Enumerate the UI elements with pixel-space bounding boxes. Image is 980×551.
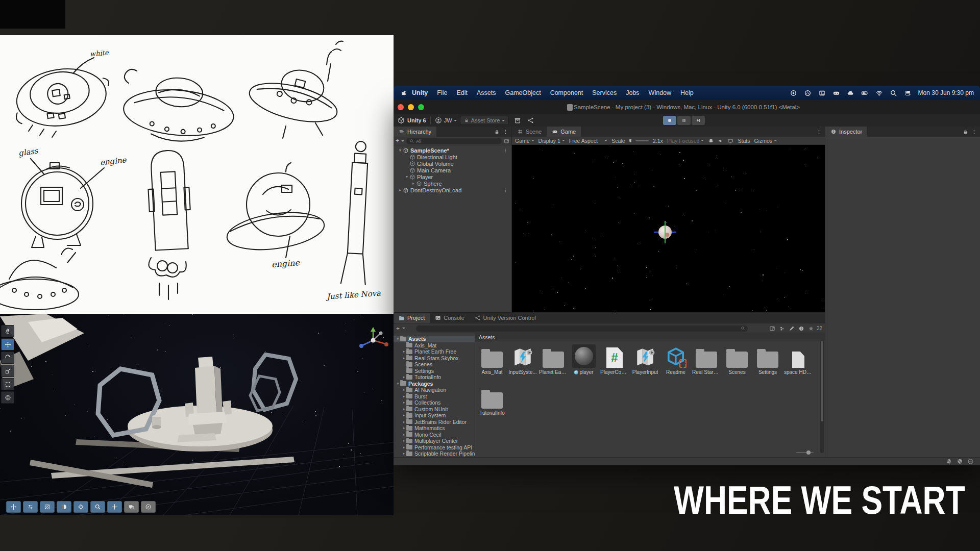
tab-inspector[interactable]: Inspector — [825, 127, 867, 137]
project-tree-item-assets[interactable]: ▾Assets — [394, 336, 475, 342]
monitor-icon[interactable] — [727, 138, 733, 144]
lock-icon[interactable] — [963, 129, 968, 135]
menu-item-file[interactable]: File — [437, 89, 447, 96]
foldout-arrow[interactable]: ▸ — [411, 181, 416, 186]
menu-clock[interactable]: Mon 30 Jun 9:30 pm — [918, 89, 974, 96]
toolbar-sliders-button[interactable] — [23, 501, 38, 513]
tree-scrollbar[interactable] — [820, 335, 824, 453]
asset-settings[interactable]: Settings — [753, 343, 782, 381]
toolbar-layers-button[interactable] — [124, 501, 139, 513]
menu-item-window[interactable]: Window — [649, 89, 671, 96]
toolbar-magnifier-button[interactable] — [90, 501, 105, 513]
hierarchy-item-directional-light[interactable]: Directional Light — [394, 154, 511, 160]
screenshot-icon[interactable] — [818, 89, 826, 97]
hierarchy-item-samplescene[interactable]: ▾SampleScene* — [394, 147, 511, 154]
project-tree-item-tutorialinfo[interactable]: ▸TutorialInfo — [394, 374, 475, 381]
menu-item-services[interactable]: Services — [592, 89, 617, 96]
star-icon[interactable] — [808, 325, 814, 332]
toolbar-compass-button[interactable] — [141, 501, 156, 513]
icon-size-slider[interactable] — [796, 452, 814, 453]
toolbar-axis-button[interactable] — [107, 501, 122, 513]
project-tree-item-axis-mat[interactable]: Axis_Mat — [394, 342, 475, 349]
tool-marquee[interactable] — [1, 378, 14, 390]
mute-icon[interactable] — [708, 138, 714, 144]
add-gameobject-button[interactable]: + — [396, 137, 399, 144]
toolbar-hatch-button[interactable] — [40, 501, 55, 513]
gizmos-dropdown[interactable]: Gizmos — [754, 138, 777, 144]
archive-icon[interactable] — [514, 117, 521, 124]
foldout-arrow[interactable]: ▸ — [402, 375, 406, 379]
project-tree-item-scriptable-render-pipelin[interactable]: ▸Scriptable Render Pipelin — [394, 450, 475, 457]
menu-app-name[interactable]: Unity — [412, 89, 428, 96]
hierarchy-item-global-volume[interactable]: Global Volume — [394, 160, 511, 167]
kebab-icon[interactable] — [971, 129, 977, 135]
tool-orbit[interactable] — [1, 391, 14, 404]
asset-store-dropdown[interactable]: Asset Store — [460, 116, 509, 125]
panel-icon[interactable] — [504, 138, 509, 144]
foldout-arrow[interactable]: ▸ — [402, 420, 406, 424]
project-tree-item-real-stars-skybox[interactable]: ▸Real Stars Skybox — [394, 355, 475, 362]
toolbar-diamond-button[interactable] — [74, 501, 88, 513]
aspect-dropdown[interactable]: Free Aspect — [569, 138, 608, 144]
project-tree-item-mathematics[interactable]: ▸Mathematics — [394, 425, 475, 432]
close-window-button[interactable] — [398, 104, 404, 110]
tab-project[interactable]: Project — [394, 313, 430, 323]
project-tree-item-packages[interactable]: ▾Packages — [394, 381, 475, 387]
asset-scenes[interactable]: Scenes — [723, 343, 751, 381]
asset-tutorialinfo[interactable]: TutorialInfo — [478, 384, 506, 422]
foldout-arrow[interactable]: ▸ — [402, 356, 406, 360]
project-tree-item-performance-testing-api[interactable]: ▸Performance testing API — [394, 444, 475, 451]
foldout-arrow[interactable]: ▸ — [402, 445, 406, 449]
play-focused-dropdown[interactable]: Play Focused — [667, 138, 704, 144]
foldout-arrow[interactable]: ▸ — [402, 426, 406, 430]
project-tree-item-ai-navigation[interactable]: ▸AI Navigation — [394, 387, 475, 393]
foldout-arrow[interactable]: ▸ — [402, 407, 406, 411]
project-tree-item-scenes[interactable]: Scenes — [394, 361, 475, 368]
display-dropdown[interactable]: Display 1 — [538, 138, 565, 144]
foldout-arrow[interactable]: ▸ — [402, 400, 406, 405]
menu-item-assets[interactable]: Assets — [477, 89, 496, 96]
project-tree-item-collections[interactable]: ▸Collections — [394, 399, 475, 406]
menu-item-help[interactable]: Help — [680, 89, 694, 96]
project-search-input[interactable] — [416, 325, 748, 332]
add-asset-button[interactable]: + — [396, 325, 400, 332]
kebab-icon[interactable] — [503, 188, 508, 193]
tab-game[interactable]: Game — [547, 127, 581, 137]
apple-icon[interactable] — [400, 89, 407, 96]
game-mode-dropdown[interactable]: Game — [515, 138, 534, 144]
kebab-icon[interactable] — [816, 129, 822, 135]
info-circle-icon[interactable] — [798, 325, 804, 332]
project-tree-item-planet-earth-free[interactable]: ▸Planet Earth Free — [394, 348, 475, 355]
kebab-icon[interactable] — [503, 129, 508, 135]
tab-hierarchy[interactable]: Hierarchy — [394, 127, 436, 137]
project-tree-item-burst[interactable]: ▸Burst — [394, 393, 475, 400]
asset-space-hdri[interactable]: space HDRI... — [784, 343, 813, 381]
check-circle-icon[interactable] — [967, 458, 974, 465]
cloud-icon[interactable] — [847, 89, 854, 97]
account-icon[interactable] — [435, 117, 442, 124]
project-tree-item-settings[interactable]: Settings — [394, 368, 475, 374]
cluster-icon[interactable] — [779, 325, 785, 332]
foldout-arrow[interactable]: ▾ — [404, 174, 409, 179]
controller-icon[interactable] — [832, 89, 840, 97]
foldout-arrow[interactable]: ▸ — [402, 439, 406, 443]
foldout-arrow[interactable]: ▸ — [402, 413, 406, 417]
account-label[interactable]: JW — [444, 117, 452, 123]
record-icon[interactable] — [790, 89, 797, 97]
project-tree-item-input-system[interactable]: ▸Input System — [394, 412, 475, 419]
sync-icon[interactable] — [957, 458, 963, 465]
hierarchy-search-input[interactable]: All — [406, 138, 502, 144]
search-icon[interactable] — [890, 89, 897, 97]
menu-item-jobs[interactable]: Jobs — [626, 89, 639, 96]
hierarchy-item-sphere[interactable]: ▸Sphere — [394, 180, 511, 187]
foldout-arrow[interactable]: ▸ — [402, 394, 406, 398]
hierarchy-item-dontdestroyonload[interactable]: ▸DontDestroyOnLoad — [394, 187, 511, 193]
switch-icon[interactable] — [904, 89, 912, 97]
tool-scale[interactable] — [1, 365, 14, 377]
asset-axis-mat[interactable]: Axis_Mat — [478, 343, 506, 381]
asset-planet-eart[interactable]: Planet Eart... — [539, 343, 568, 381]
tool-hand[interactable] — [1, 325, 14, 337]
collab-icon[interactable] — [527, 117, 534, 124]
menu-item-component[interactable]: Component — [550, 89, 583, 96]
foldout-arrow[interactable]: ▾ — [398, 148, 403, 153]
